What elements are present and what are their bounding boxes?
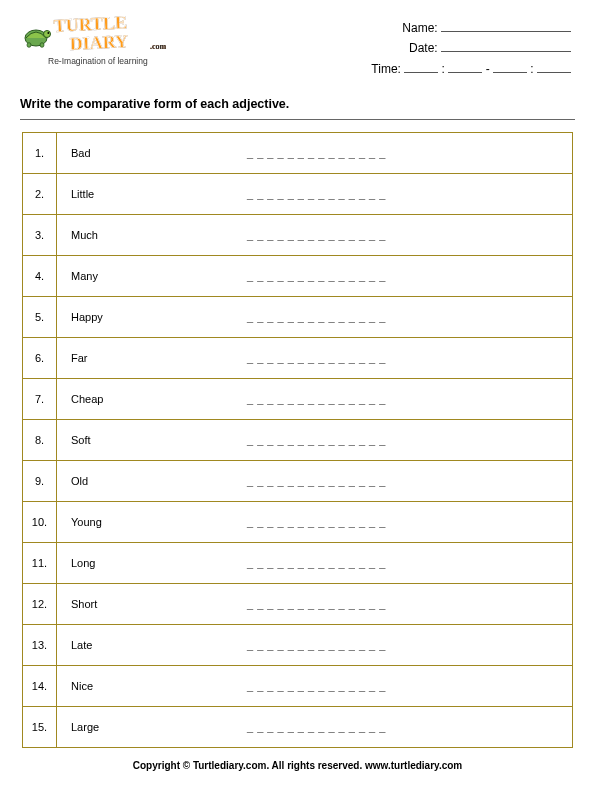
table-row: 11.Long_ _ _ _ _ _ _ _ _ _ _ _ _ _ xyxy=(23,543,572,584)
answer-blank[interactable]: _ _ _ _ _ _ _ _ _ _ _ _ _ _ xyxy=(247,461,572,501)
table-row: 2.Little_ _ _ _ _ _ _ _ _ _ _ _ _ _ xyxy=(23,174,572,215)
svg-point-2 xyxy=(47,32,49,34)
adjective-word: Soft xyxy=(57,420,247,460)
adjective-word: Happy xyxy=(57,297,247,337)
table-row: 7.Cheap_ _ _ _ _ _ _ _ _ _ _ _ _ _ xyxy=(23,379,572,420)
answer-blank[interactable]: _ _ _ _ _ _ _ _ _ _ _ _ _ _ xyxy=(247,543,572,583)
table-row: 6.Far_ _ _ _ _ _ _ _ _ _ _ _ _ _ xyxy=(23,338,572,379)
adjective-word: Little xyxy=(57,174,247,214)
svg-text:.com: .com xyxy=(150,42,167,51)
svg-point-3 xyxy=(27,43,31,48)
table-row: 10.Young_ _ _ _ _ _ _ _ _ _ _ _ _ _ xyxy=(23,502,572,543)
table-row: 13.Late_ _ _ _ _ _ _ _ _ _ _ _ _ _ xyxy=(23,625,572,666)
answer-blank[interactable]: _ _ _ _ _ _ _ _ _ _ _ _ _ _ xyxy=(247,256,572,296)
adjective-word: Old xyxy=(57,461,247,501)
adjective-word: Large xyxy=(57,707,247,747)
answer-blank[interactable]: _ _ _ _ _ _ _ _ _ _ _ _ _ _ xyxy=(247,502,572,542)
row-number: 4. xyxy=(23,256,57,296)
row-number: 5. xyxy=(23,297,57,337)
svg-text:DIARY: DIARY xyxy=(69,31,128,54)
table-row: 8.Soft_ _ _ _ _ _ _ _ _ _ _ _ _ _ xyxy=(23,420,572,461)
svg-point-4 xyxy=(40,43,44,48)
adjective-word: Far xyxy=(57,338,247,378)
adjective-word: Late xyxy=(57,625,247,665)
row-number: 15. xyxy=(23,707,57,747)
table-row: 15.Large_ _ _ _ _ _ _ _ _ _ _ _ _ _ xyxy=(23,707,572,748)
row-number: 7. xyxy=(23,379,57,419)
adjective-word: Short xyxy=(57,584,247,624)
table-row: 12.Short_ _ _ _ _ _ _ _ _ _ _ _ _ _ xyxy=(23,584,572,625)
answer-blank[interactable]: _ _ _ _ _ _ _ _ _ _ _ _ _ _ xyxy=(247,379,572,419)
row-number: 11. xyxy=(23,543,57,583)
row-number: 14. xyxy=(23,666,57,706)
answer-blank[interactable]: _ _ _ _ _ _ _ _ _ _ _ _ _ _ xyxy=(247,584,572,624)
row-number: 3. xyxy=(23,215,57,255)
divider xyxy=(20,119,575,120)
adjective-word: Much xyxy=(57,215,247,255)
adjective-word: Young xyxy=(57,502,247,542)
date-label: Date: xyxy=(409,41,438,55)
answer-blank[interactable]: _ _ _ _ _ _ _ _ _ _ _ _ _ _ xyxy=(247,133,572,173)
row-number: 13. xyxy=(23,625,57,665)
time-end-min[interactable] xyxy=(537,63,571,73)
name-field[interactable] xyxy=(441,22,571,32)
row-number: 12. xyxy=(23,584,57,624)
time-label: Time: xyxy=(371,62,401,76)
answer-blank[interactable]: _ _ _ _ _ _ _ _ _ _ _ _ _ _ xyxy=(247,420,572,460)
worksheet-table: 1.Bad_ _ _ _ _ _ _ _ _ _ _ _ _ _2.Little… xyxy=(22,132,573,748)
copyright-footer: Copyright © Turtlediary.com. All rights … xyxy=(20,760,575,771)
table-row: 1.Bad_ _ _ _ _ _ _ _ _ _ _ _ _ _ xyxy=(23,133,572,174)
row-number: 6. xyxy=(23,338,57,378)
adjective-word: Bad xyxy=(57,133,247,173)
row-number: 8. xyxy=(23,420,57,460)
answer-blank[interactable]: _ _ _ _ _ _ _ _ _ _ _ _ _ _ xyxy=(247,215,572,255)
answer-blank[interactable]: _ _ _ _ _ _ _ _ _ _ _ _ _ _ xyxy=(247,174,572,214)
table-row: 5.Happy_ _ _ _ _ _ _ _ _ _ _ _ _ _ xyxy=(23,297,572,338)
row-number: 10. xyxy=(23,502,57,542)
adjective-word: Cheap xyxy=(57,379,247,419)
name-label: Name: xyxy=(402,21,437,35)
table-row: 3.Much_ _ _ _ _ _ _ _ _ _ _ _ _ _ xyxy=(23,215,572,256)
time-start-min[interactable] xyxy=(448,63,482,73)
time-start-hour[interactable] xyxy=(404,63,438,73)
adjective-word: Nice xyxy=(57,666,247,706)
answer-blank[interactable]: _ _ _ _ _ _ _ _ _ _ _ _ _ _ xyxy=(247,625,572,665)
adjective-word: Many xyxy=(57,256,247,296)
row-number: 1. xyxy=(23,133,57,173)
date-field[interactable] xyxy=(441,42,571,52)
worksheet-meta: Name: Date: Time: : - : xyxy=(371,14,575,79)
answer-blank[interactable]: _ _ _ _ _ _ _ _ _ _ _ _ _ _ xyxy=(247,338,572,378)
answer-blank[interactable]: _ _ _ _ _ _ _ _ _ _ _ _ _ _ xyxy=(247,297,572,337)
table-row: 9.Old_ _ _ _ _ _ _ _ _ _ _ _ _ _ xyxy=(23,461,572,502)
instruction-text: Write the comparative form of each adjec… xyxy=(20,97,575,117)
table-row: 14.Nice_ _ _ _ _ _ _ _ _ _ _ _ _ _ xyxy=(23,666,572,707)
row-number: 9. xyxy=(23,461,57,501)
row-number: 2. xyxy=(23,174,57,214)
logo: TURTLE DIARY .com Re-Imagination of lear… xyxy=(20,14,198,66)
adjective-word: Long xyxy=(57,543,247,583)
time-end-hour[interactable] xyxy=(493,63,527,73)
answer-blank[interactable]: _ _ _ _ _ _ _ _ _ _ _ _ _ _ xyxy=(247,666,572,706)
tagline: Re-Imagination of learning xyxy=(48,56,198,66)
answer-blank[interactable]: _ _ _ _ _ _ _ _ _ _ _ _ _ _ xyxy=(247,707,572,747)
table-row: 4.Many_ _ _ _ _ _ _ _ _ _ _ _ _ _ xyxy=(23,256,572,297)
svg-point-1 xyxy=(44,31,51,38)
